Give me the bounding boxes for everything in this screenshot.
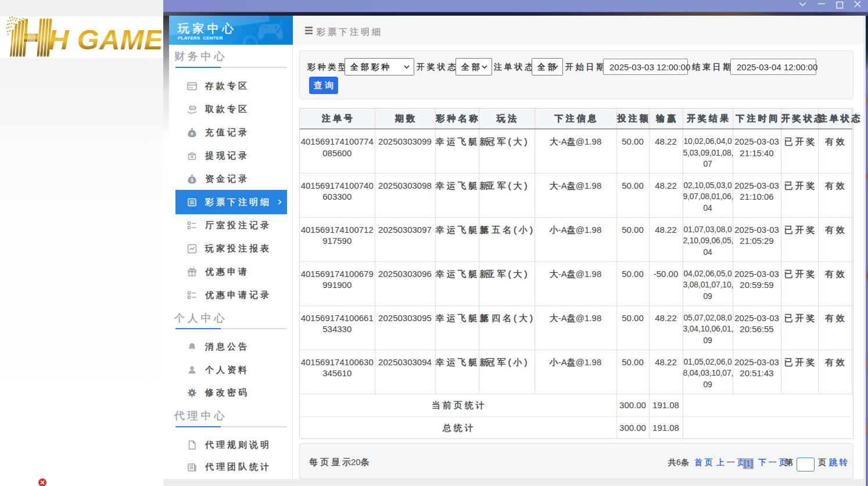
svg-text:¥: ¥ (191, 131, 193, 136)
svg-text:H GAME: H GAME (48, 24, 162, 55)
svg-text:$: $ (191, 178, 193, 183)
